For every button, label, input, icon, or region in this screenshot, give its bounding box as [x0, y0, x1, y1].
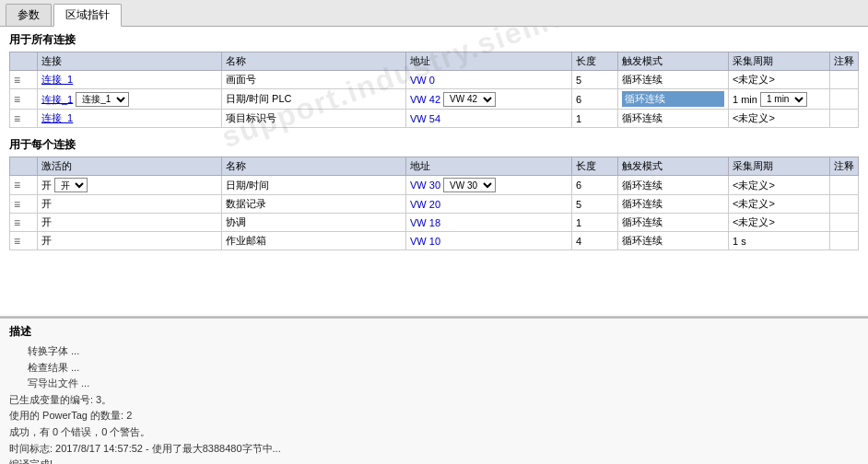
- cell-note: [830, 232, 859, 250]
- cell-trigger: 循环连续: [618, 110, 729, 128]
- row-icon: ≡: [10, 214, 38, 232]
- cell-period: 1 s: [729, 232, 830, 250]
- cell-active[interactable]: 开 开: [38, 176, 222, 195]
- cell-name: 作业邮箱: [222, 232, 406, 250]
- cell-period[interactable]: 1 min 1 min: [729, 89, 830, 110]
- cell-active: 开: [38, 195, 222, 214]
- cell-period: <未定义>: [729, 110, 830, 128]
- cell-note: [830, 71, 859, 89]
- upper-section: support.industry.siemens/cs 用于所有连接 连接 名称…: [0, 27, 868, 317]
- cell-len: 6: [572, 176, 618, 195]
- cell-addr[interactable]: VW 30 VW 30: [406, 176, 572, 195]
- lower-title: 描述: [9, 324, 859, 340]
- th-addr-2: 地址: [406, 157, 572, 176]
- cell-note: [830, 89, 859, 110]
- cell-len: 5: [572, 71, 618, 89]
- table2-row: ≡开协调VW 181循环连续<未定义>: [10, 214, 859, 232]
- connection-dropdown[interactable]: 连接_1: [76, 92, 129, 107]
- section1-title: 用于所有连接: [9, 32, 859, 48]
- addr-dropdown[interactable]: VW 30: [443, 178, 496, 192]
- th-trig-2: 触发模式: [618, 157, 729, 176]
- cell-trigger: 循环连续: [618, 176, 729, 195]
- addr-dropdown[interactable]: VW 42: [443, 92, 496, 107]
- th-note-1: 注释: [830, 52, 859, 71]
- cell-name: 数据记录: [222, 195, 406, 214]
- content-area: support.industry.siemens/cs 用于所有连接 连接 名称…: [0, 27, 868, 464]
- cell-trigger: 循环连续: [618, 71, 729, 89]
- cell-note: [830, 110, 859, 128]
- cell-len: 5: [572, 195, 618, 214]
- lower-section: 描述 转换字体 ...检查结果 ...写导出文件 ...已生成变量的编号: 3。…: [0, 317, 868, 464]
- tab-area-pointer[interactable]: 区域指针: [53, 4, 122, 27]
- cell-trigger: 循环连续: [618, 214, 729, 232]
- row-icon: ≡: [10, 71, 38, 89]
- cell-addr: VW 18: [406, 214, 572, 232]
- th-trig-1: 触发模式: [618, 52, 729, 71]
- table1-row: ≡连接_1 连接_1日期/时间 PLCVW 42 VW 426循环连续1 min…: [10, 89, 859, 110]
- th-note-2: 注释: [830, 157, 859, 176]
- log-line: 时间标志: 2017/8/17 14:57:52 - 使用了最大8388480字…: [9, 441, 859, 458]
- cell-connection: 连接_1: [38, 71, 222, 89]
- cell-name: 协调: [222, 214, 406, 232]
- log-line: 成功，有 0 个错误，0 个警告。: [9, 424, 859, 441]
- cell-period: <未定义>: [729, 176, 830, 195]
- cell-note: [830, 214, 859, 232]
- th-active: 激活的: [38, 157, 222, 176]
- row-icon: ≡: [10, 110, 38, 128]
- cell-period: <未定义>: [729, 214, 830, 232]
- cell-len: 1: [572, 214, 618, 232]
- cell-period: <未定义>: [729, 195, 830, 214]
- th-icon-2: [10, 157, 38, 176]
- cell-name: 日期/时间 PLC: [222, 89, 406, 110]
- log-line: 编译完成!: [9, 457, 859, 464]
- cell-trigger: 循环连续: [618, 232, 729, 250]
- table1-row: ≡连接_1项目标识号VW 541循环连续<未定义>: [10, 110, 859, 128]
- th-len-1: 长度: [572, 52, 618, 71]
- th-connection: 连接: [38, 52, 222, 71]
- table2-row: ≡开作业邮箱VW 104循环连续1 s: [10, 232, 859, 250]
- cell-note: [830, 176, 859, 195]
- log-line: 使用的 PowerTag 的数量: 2: [9, 408, 859, 424]
- row-icon: ≡: [10, 232, 38, 250]
- cell-active: 开: [38, 214, 222, 232]
- log-line: 转换字体 ...: [9, 343, 859, 360]
- table2-row: ≡开数据记录VW 205循环连续<未定义>: [10, 195, 859, 214]
- log-line: 已生成变量的编号: 3。: [9, 392, 859, 409]
- cell-name: 画面号: [222, 71, 406, 89]
- cell-addr: VW 10: [406, 232, 572, 250]
- table1-row: ≡连接_1画面号VW 05循环连续<未定义>: [10, 71, 859, 89]
- th-name-2: 名称: [222, 157, 406, 176]
- log-container: 转换字体 ...检查结果 ...写导出文件 ...已生成变量的编号: 3。使用的…: [9, 343, 859, 464]
- table2: 激活的 名称 地址 长度 触发模式 采集周期 注释 ≡开 开日期/时间VW 30…: [9, 157, 859, 250]
- th-len-2: 长度: [572, 157, 618, 176]
- row-icon: ≡: [10, 195, 38, 214]
- th-addr-1: 地址: [406, 52, 572, 71]
- cell-connection[interactable]: 连接_1 连接_1: [38, 89, 222, 110]
- main-container: 参数 区域指针 support.industry.siemens/cs 用于所有…: [0, 0, 868, 464]
- table2-row: ≡开 开日期/时间VW 30 VW 306循环连续<未定义>: [10, 176, 859, 195]
- cell-period: <未定义>: [729, 71, 830, 89]
- cell-len: 1: [572, 110, 618, 128]
- tab-params[interactable]: 参数: [6, 4, 52, 26]
- period-dropdown[interactable]: 1 min: [760, 92, 807, 107]
- cell-note: [830, 195, 859, 214]
- log-line: 检查结果 ...: [9, 360, 859, 377]
- cell-addr[interactable]: VW 42 VW 42: [406, 89, 572, 110]
- cell-trigger: 循环连续: [618, 195, 729, 214]
- cell-addr: VW 0: [406, 71, 572, 89]
- cell-name: 项目标识号: [222, 110, 406, 128]
- cell-active: 开: [38, 232, 222, 250]
- cell-len: 4: [572, 232, 618, 250]
- log-line: 写导出文件 ...: [9, 376, 859, 392]
- th-period-1: 采集周期: [729, 52, 830, 71]
- cell-addr: VW 20: [406, 195, 572, 214]
- th-name-1: 名称: [222, 52, 406, 71]
- cell-len: 6: [572, 89, 618, 110]
- active-dropdown[interactable]: 开: [54, 178, 88, 192]
- cell-name: 日期/时间: [222, 176, 406, 195]
- table1: 连接 名称 地址 长度 触发模式 采集周期 注释 ≡连接_1画面号VW 05循环…: [9, 52, 859, 128]
- th-icon-1: [10, 52, 38, 71]
- th-period-2: 采集周期: [729, 157, 830, 176]
- section2-title: 用于每个连接: [9, 137, 859, 153]
- cell-trigger: 循环连续: [618, 89, 729, 110]
